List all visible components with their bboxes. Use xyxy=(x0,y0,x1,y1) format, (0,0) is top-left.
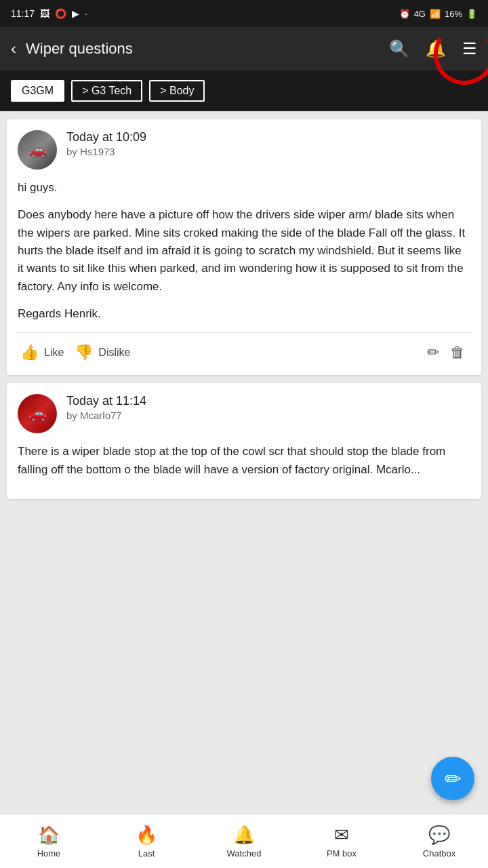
post-meta-1: Today at 10:09 by Hs1973 xyxy=(66,130,470,157)
delete-button-1[interactable]: 🗑 xyxy=(445,341,470,364)
home-icon: 🏠 xyxy=(38,825,60,846)
content-area: Today at 10:09 by Hs1973 hi guys. Does a… xyxy=(0,111,488,507)
home-label: Home xyxy=(37,848,61,859)
nav-pmbox[interactable]: ✉ PM box xyxy=(293,825,390,859)
compose-icon: ✏ xyxy=(445,767,462,791)
nav-chatbox[interactable]: 💬 Chatbox xyxy=(390,825,488,859)
chatbox-icon: 💬 xyxy=(428,825,450,846)
post-actions-1: 👍 Like 👎 Dislike ✏ 🗑 xyxy=(18,332,470,364)
avatar-1 xyxy=(18,130,57,170)
status-time: 11:17 xyxy=(11,8,35,19)
post-body-2: There is a wiper blade stop at the top o… xyxy=(18,443,470,479)
edit-button-1[interactable]: ✏ xyxy=(422,341,445,364)
pmbox-icon: ✉ xyxy=(334,825,349,846)
like-button-1[interactable]: 👍 Like xyxy=(18,341,72,364)
like-icon-1: 👍 xyxy=(20,344,39,361)
post-para-2-0: There is a wiper blade stop at the top o… xyxy=(18,443,470,479)
signal-bars-icon: 📶 xyxy=(430,9,441,19)
nav-last[interactable]: 🔥 Last xyxy=(98,825,195,859)
breadcrumb-g3tech[interactable]: > G3 Tech xyxy=(71,80,142,102)
post-meta-2: Today at 11:14 by Mcarlo77 xyxy=(66,394,470,421)
back-button[interactable]: ‹ xyxy=(11,39,16,58)
post-header-1: Today at 10:09 by Hs1973 xyxy=(18,130,470,170)
bottom-nav: 🏠 Home 🔥 Last 🔔 Watched ✉ PM box 💬 Chatb… xyxy=(0,814,488,868)
post-author-1: by Hs1973 xyxy=(66,146,470,157)
battery-icon: 🔋 xyxy=(466,9,477,19)
breadcrumb-body[interactable]: > Body xyxy=(149,80,205,102)
dislike-button-1[interactable]: 👎 Dislike xyxy=(72,341,138,364)
signal-4g-icon: 4G xyxy=(414,9,426,19)
like-label-1: Like xyxy=(44,347,64,359)
post-card-2: Today at 11:14 by Mcarlo77 There is a wi… xyxy=(7,383,481,499)
post-card-1: Today at 10:09 by Hs1973 hi guys. Does a… xyxy=(7,119,481,375)
post-para-1-2: Regards Henrik. xyxy=(18,305,470,323)
post-para-1-1: Does anybody here have a picture off how… xyxy=(18,206,470,296)
dislike-label-1: Dislike xyxy=(98,347,130,359)
post-time-1: Today at 10:09 xyxy=(66,130,470,144)
search-icon[interactable]: 🔍 xyxy=(389,39,409,58)
avatar-2 xyxy=(18,394,57,433)
status-left: 11:17 🖼 ⭕ ▶ · xyxy=(11,8,87,19)
status-right: ⏰ 4G 📶 16% 🔋 xyxy=(399,9,477,19)
last-label: Last xyxy=(138,848,155,859)
compose-fab[interactable]: ✏ xyxy=(431,757,474,800)
notification-icon[interactable]: 🔔 xyxy=(426,39,446,58)
last-icon: 🔥 xyxy=(136,825,157,846)
status-bar: 11:17 🖼 ⭕ ▶ · ⏰ 4G 📶 16% 🔋 xyxy=(0,0,488,27)
breadcrumb-g3gm[interactable]: G3GM xyxy=(11,80,64,102)
breadcrumb-bar: G3GM > G3 Tech > Body xyxy=(0,71,488,111)
alarm-icon: ⏰ xyxy=(399,9,410,19)
post-author-2: by Mcarlo77 xyxy=(66,410,470,421)
top-nav: ‹ Wiper questions 🔍 🔔 ☰ xyxy=(0,27,488,71)
watched-icon: 🔔 xyxy=(233,825,255,846)
watched-label: Watched xyxy=(227,848,262,859)
post-para-1-0: hi guys. xyxy=(18,179,470,197)
nav-watched[interactable]: 🔔 Watched xyxy=(195,825,293,859)
chatbox-label: Chatbox xyxy=(423,848,455,859)
youtube-icon: ▶ xyxy=(72,8,79,19)
nav-home[interactable]: 🏠 Home xyxy=(0,825,98,859)
post-body-1: hi guys. Does anybody here have a pictur… xyxy=(18,179,470,323)
instagram-icon: ⭕ xyxy=(55,8,66,19)
dislike-icon-1: 👎 xyxy=(75,344,93,361)
top-nav-icons: 🔍 🔔 ☰ xyxy=(389,39,477,58)
menu-icon[interactable]: ☰ xyxy=(462,39,477,58)
dot-icon: · xyxy=(85,8,87,19)
pmbox-label: PM box xyxy=(327,848,357,859)
page-title: Wiper questions xyxy=(26,40,389,58)
post-header-2: Today at 11:14 by Mcarlo77 xyxy=(18,394,470,433)
battery-level: 16% xyxy=(445,9,462,19)
photo-icon: 🖼 xyxy=(40,8,49,19)
post-time-2: Today at 11:14 xyxy=(66,394,470,408)
